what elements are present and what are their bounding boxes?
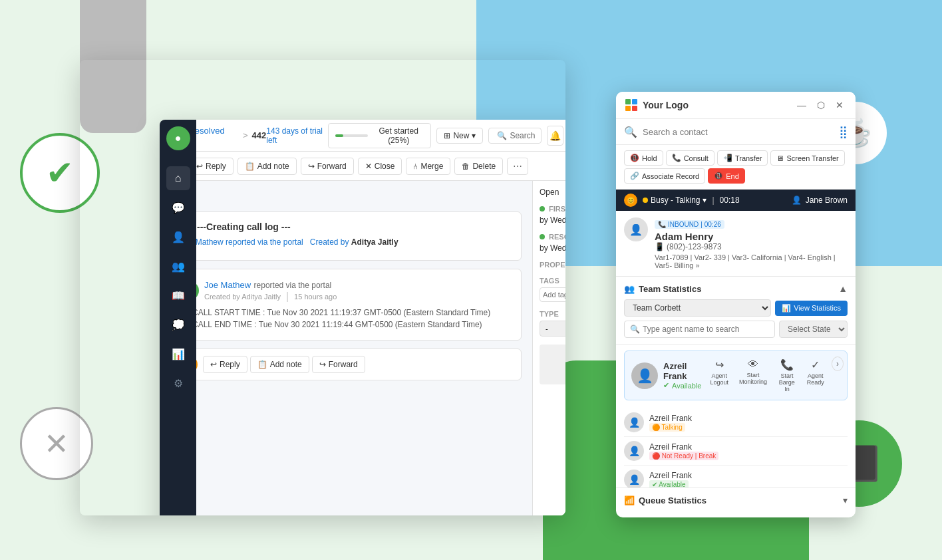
delete-button[interactable]: 🗑 Delete [454,158,503,175]
contact-search-input[interactable] [643,127,834,137]
close-ticket-icon: ✕ [365,162,372,171]
dialpad-icon[interactable]: ⣿ [839,124,848,139]
message-time: 15 hours ago [294,293,337,301]
minimize-button[interactable]: — [794,98,809,112]
queue-stats-collapse-button[interactable]: ▾ [843,495,848,505]
reply-area: A ↩ Reply 📋 Add note ↪ Forward [170,349,522,380]
status-yellow-dot [643,198,648,203]
logo-sq-1 [625,99,631,104]
list-item: 👤 Azreil Frank 🟠 Talking [624,408,848,437]
screen-transfer-button[interactable]: 🖥 Screen Transfer [770,150,844,166]
team-stats-collapse-button[interactable]: ▲ [838,283,848,294]
search-contact-icon: 🔍 [624,126,637,138]
reply-button-bottom[interactable]: ↩ Reply [203,356,247,373]
agent-name-search-input[interactable] [643,325,769,334]
phone-icon: 📞 [658,221,666,228]
busy-talking-label: Busy - Talking [651,196,700,205]
notready-badge: 🔴 Not Ready | Break [649,452,718,460]
associate-record-button[interactable]: 🔗 Associate Record [624,168,705,184]
first-response-section: FIRST by Wed [540,205,565,225]
forward-button-bottom[interactable]: ↪ Forward [312,356,365,373]
add-note-button-top[interactable]: 📋 Add note [237,158,297,175]
state-select[interactable]: Select State [779,321,848,338]
status-indicator: Busy - Talking ▾ [643,196,706,205]
first-label: FIRST [540,205,565,213]
widget-controls: — ⬡ ✕ [794,98,846,112]
trial-badge: 143 days of trial left [266,126,323,145]
agent-info-3: Azreil Frank ✔ Available [649,471,848,488]
sidebar-item-chat[interactable]: 💬 [166,196,190,219]
forward-bottom-icon: ↪ [319,360,326,369]
sidebar-item-book[interactable]: 📖 [166,283,190,307]
ticket-message-2: J Joe Mathew reported via the portal Cre… [170,269,522,341]
queue-stats-title: 📶 Queue Statistics [624,495,706,505]
add-note-button-bottom[interactable]: 📋 Add note [250,356,309,373]
properties-section: PROPERTIES [540,261,565,269]
team-select[interactable]: Team Corbett [624,299,771,317]
merge-button[interactable]: ⑃ Merge [406,158,450,175]
expand-button[interactable]: ⬡ [814,98,828,112]
tags-section: Tags [540,277,565,302]
more-button[interactable]: ⋯ [507,158,528,175]
check-icon: ✔ [663,381,669,390]
queue-stats-icon: 📶 [624,495,635,505]
sidebar-item-settings[interactable]: ⚙ [166,371,190,395]
type-select[interactable]: - [540,321,565,337]
agent-ready-button[interactable]: ✓ AgentReady [804,356,828,394]
featured-agent: 👤 Azreil Frank ✔ Available ↪ AgentLogout… [624,350,848,400]
transfer-button[interactable]: 📲 Transfer [717,150,768,166]
call-time: | [712,196,714,205]
team-select-row: Team Corbett 📊 View Statistics [624,299,848,317]
scroll-area [540,345,565,384]
ticket-meta: Joe Mathew reported via the portal Creat… [180,237,512,247]
ready-icon: ✓ [811,358,820,371]
consult-button[interactable]: 📞 Consult [666,150,714,166]
sidebar-item-team[interactable]: 👥 [166,254,190,278]
close-widget-button[interactable]: ✕ [833,98,846,112]
start-barge-in-button[interactable]: 📞 StartBarge In [774,356,800,394]
notifications-button[interactable]: 🔔 [547,126,563,146]
tags-input[interactable] [540,287,565,302]
team-stats-header: 👥 Team Statistics ▲ [624,283,848,294]
open-section: Open [540,188,565,197]
search-icon: 🔍 [497,131,507,140]
search-button[interactable]: 🔍 Search [488,128,542,144]
agent-search-wrapper: 🔍 [624,321,775,338]
sidebar-item-chat2[interactable]: 💭 [166,313,190,337]
forward-button-top[interactable]: ↪ Forward [301,158,354,175]
sidebar-item-home[interactable]: ⌂ [166,166,190,190]
start-monitoring-button[interactable]: 👁 StartMonitoring [736,356,770,394]
header-actions: 143 days of trial left Get started (25%)… [266,123,565,148]
agent-logout-button[interactable]: ↪ AgentLogout [706,356,732,394]
get-started-button[interactable]: Get started (25%) [328,123,431,148]
team-stats-icon: 👥 [624,284,635,294]
logo-sq-3 [625,106,631,111]
contact-search-bar: 🔍 ⣿ [616,119,856,145]
agent-action-buttons: ↪ AgentLogout 👁 StartMonitoring 📞 StartB… [706,356,844,394]
search-agent-icon: 🔍 [630,325,640,334]
new-button[interactable]: ⊞ New ▾ [436,128,483,144]
agent-search-row: 🔍 Select State [624,321,848,338]
agent-actions-chevron[interactable]: › [832,356,844,371]
call-controls: 📵 Hold 📞 Consult 📲 Transfer 🖥 Screen Tra… [616,145,856,190]
view-stats-button[interactable]: 📊 View Statistics [775,301,848,316]
list-item: 👤 Azreil Frank 🔴 Not Ready | Break [624,437,848,466]
sidebar-logo[interactable]: ● [166,126,190,150]
sidebar-item-contacts[interactable]: 👤 [166,225,190,249]
report-via: reported via the portal [226,237,303,247]
hold-button[interactable]: 📵 Hold [624,150,663,166]
sidebar-item-reports[interactable]: 📊 [166,342,190,366]
end-call-button[interactable]: 📵 End [708,168,745,184]
close-ticket-button[interactable]: ✕ Close [358,158,402,175]
caller-vars: Var1-7089 | Var2- 339 | Var3- California… [655,253,848,269]
resolved-label: RESOLVED [540,233,565,241]
header-bar: All unresolved tickets > 442 143 days of… [160,120,565,152]
logo-sq-2 [632,99,637,104]
ticket-toolbar: ☆ ↩ Reply 📋 Add note ↪ Forward ✕ Close [160,152,565,181]
monitoring-icon: 👁 [748,358,758,370]
message-via: reported via the portal [254,281,332,290]
queue-stats-header: 📶 Queue Statistics ▾ [624,495,848,505]
message-author: Joe Mathew [204,280,251,290]
open-label: Open [540,188,565,197]
note-bottom-icon: 📋 [257,360,267,369]
